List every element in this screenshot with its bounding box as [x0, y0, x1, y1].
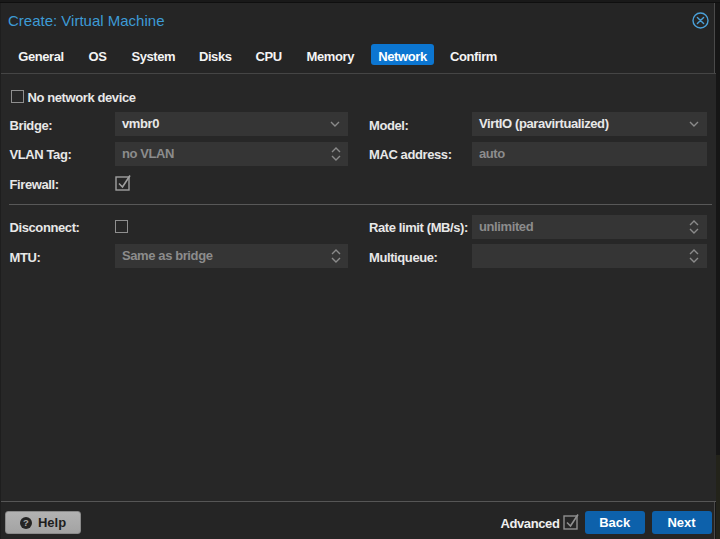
svg-text:?: ?	[23, 517, 29, 528]
